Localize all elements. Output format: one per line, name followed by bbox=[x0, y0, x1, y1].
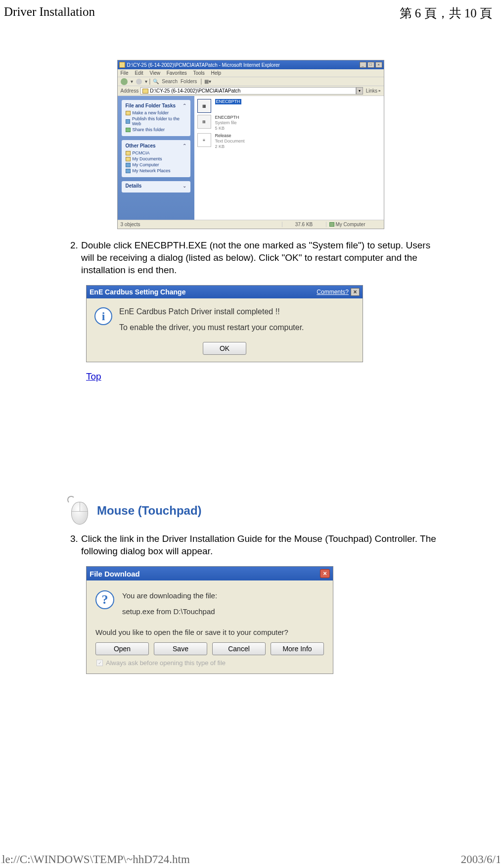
page-header-right: 第 6 頁，共 10 頁 bbox=[400, 5, 493, 21]
other-title: Other Places bbox=[126, 143, 156, 148]
close-button[interactable]: × bbox=[351, 288, 360, 296]
menu-help[interactable]: Help bbox=[211, 70, 222, 76]
file-name: Release bbox=[215, 133, 245, 139]
save-button[interactable]: Save bbox=[154, 642, 207, 655]
details-title: Details bbox=[126, 183, 142, 189]
status-location: My Computer bbox=[336, 222, 365, 227]
folder-icon bbox=[142, 89, 148, 94]
more-info-button[interactable]: More Info bbox=[271, 642, 324, 655]
comments-link[interactable]: Comments? bbox=[317, 289, 349, 295]
exe-icon: ▦ bbox=[197, 99, 211, 113]
place-item[interactable]: My Documents bbox=[126, 156, 186, 161]
place-item[interactable]: My Network Places bbox=[126, 168, 186, 173]
step-text: Double click ENECBPTH.EXE (not the one m… bbox=[81, 239, 437, 276]
footer-right: 2003/6/10 bbox=[461, 853, 500, 866]
status-size: 37.6 KB bbox=[282, 222, 326, 227]
explorer-addressbar: Address D:\CY-25 (6-14-2002)\PCMCIA\ATAP… bbox=[118, 86, 384, 96]
step-3: 3. Click the link in the Driver Installa… bbox=[64, 532, 437, 557]
file-size: 5 KB bbox=[215, 126, 239, 131]
menu-tools[interactable]: Tools bbox=[193, 70, 204, 76]
cancel-button[interactable]: Cancel bbox=[212, 642, 266, 655]
close-button[interactable]: × bbox=[320, 569, 330, 578]
dialog-title: EnE Cardbus Setting Change bbox=[90, 288, 317, 296]
file-item[interactable]: ≡ Release Text Document 2 KB bbox=[197, 133, 381, 149]
share-icon bbox=[126, 128, 131, 132]
folder-icon bbox=[126, 151, 131, 155]
tasks-panel: File and Folder Tasks⌃ Make a new folder… bbox=[122, 100, 190, 136]
ok-button[interactable]: OK bbox=[203, 342, 246, 355]
details-panel: Details⌄ bbox=[122, 181, 190, 193]
status-objects: 3 objects bbox=[121, 222, 282, 227]
download-prompt: Would you like to open the file or save … bbox=[95, 628, 324, 636]
explorer-titlebar: D:\CY-25 (6-14-2002)\PCMCIA\ATAPatch - M… bbox=[118, 60, 384, 69]
always-ask-checkbox-row: ✓ Always ask before opening this type of… bbox=[96, 659, 324, 667]
file-item[interactable]: ▦ ENECBPTH bbox=[197, 99, 381, 113]
checkbox-label: Always ask before opening this type of f… bbox=[106, 659, 226, 667]
mydocs-icon bbox=[126, 157, 131, 161]
explorer-toolbar: ▾ ▾ │ 🔍 Search Folders │ ▦▾ bbox=[118, 77, 384, 86]
menu-edit[interactable]: Edit bbox=[135, 70, 143, 76]
download-line1: You are downloading the file: bbox=[122, 590, 217, 601]
file-type: Text Document bbox=[215, 139, 245, 144]
back-button[interactable] bbox=[121, 78, 128, 85]
explorer-menubar[interactable]: File Edit View Favorites Tools Help bbox=[118, 69, 384, 77]
dialog-line1: EnE Cardbus Patch Driver install complet… bbox=[119, 307, 355, 316]
top-link[interactable]: Top bbox=[86, 371, 101, 382]
forward-button[interactable] bbox=[136, 79, 142, 85]
dialog-title: File Download bbox=[90, 570, 320, 578]
place-item[interactable]: My Computer bbox=[126, 162, 186, 167]
menu-favorites[interactable]: Favorites bbox=[167, 70, 187, 76]
address-label: Address bbox=[121, 88, 139, 94]
toolbar-folders[interactable]: Folders bbox=[181, 79, 197, 84]
footer-left: file://C:\WINDOWS\TEMP\~hhD724.htm bbox=[1, 853, 190, 866]
folder-new-icon bbox=[126, 111, 131, 115]
menu-file[interactable]: File bbox=[121, 70, 129, 76]
task-item[interactable]: Make a new folder bbox=[126, 110, 186, 115]
menu-view[interactable]: View bbox=[149, 70, 160, 76]
address-field[interactable]: D:\CY-25 (6-14-2002)\PCMCIA\ATAPatch bbox=[140, 87, 356, 95]
minimize-button[interactable]: _ bbox=[360, 62, 366, 68]
cardbus-dialog: EnE Cardbus Setting Change Comments? × i… bbox=[86, 285, 363, 362]
explorer-sidepanel: File and Folder Tasks⌃ Make a new folder… bbox=[118, 96, 194, 220]
page-header-left: Driver Installation bbox=[4, 5, 95, 21]
task-item[interactable]: Publish this folder to the Web bbox=[126, 116, 186, 126]
sys-icon: ⊞ bbox=[197, 115, 211, 129]
explorer-title: D:\CY-25 (6-14-2002)\PCMCIA\ATAPatch - M… bbox=[127, 62, 360, 68]
close-button[interactable]: × bbox=[375, 62, 382, 68]
maximize-button[interactable]: □ bbox=[367, 62, 374, 68]
mycomputer-icon bbox=[126, 163, 131, 167]
task-item[interactable]: Share this folder bbox=[126, 127, 186, 132]
checkbox-icon[interactable]: ✓ bbox=[96, 660, 103, 666]
file-name: ENECBPTH bbox=[215, 115, 239, 120]
explorer-statusbar: 3 objects 37.6 KB My Computer bbox=[118, 220, 384, 229]
tasks-title: File and Folder Tasks bbox=[126, 103, 176, 108]
dialog-line2: To enable the driver, you must restart y… bbox=[119, 323, 355, 332]
step-number: 2. bbox=[64, 239, 81, 276]
file-name: ENECBPTH bbox=[215, 99, 241, 104]
collapse-icon[interactable]: ⌃ bbox=[182, 103, 186, 108]
place-item[interactable]: PCMCIA bbox=[126, 150, 186, 155]
section-heading: Mouse (Touchpad) bbox=[64, 496, 437, 526]
file-type: System file bbox=[215, 120, 239, 126]
address-value: D:\CY-25 (6-14-2002)\PCMCIA\ATAPatch bbox=[150, 88, 240, 94]
txt-icon: ≡ bbox=[197, 133, 211, 147]
step-2: 2. Double click ENECBPTH.EXE (not the on… bbox=[64, 239, 437, 276]
publish-icon bbox=[126, 119, 131, 124]
open-button[interactable]: Open bbox=[95, 642, 149, 655]
file-download-dialog: File Download × ? You are downloading th… bbox=[86, 566, 333, 674]
mycomputer-icon bbox=[329, 222, 334, 227]
download-line2: setup.exe from D:\Touchpad bbox=[122, 606, 217, 617]
step-number: 3. bbox=[64, 532, 81, 557]
mouse-icon bbox=[64, 496, 90, 526]
other-places-panel: Other Places⌃ PCMCIA My Documents My Com… bbox=[122, 140, 190, 177]
network-icon bbox=[126, 169, 131, 173]
toolbar-search[interactable]: Search bbox=[162, 79, 178, 84]
address-dropdown[interactable]: ▾ bbox=[356, 87, 363, 95]
info-icon: i bbox=[94, 307, 112, 325]
links-label[interactable]: Links bbox=[366, 88, 377, 94]
step-text: Click the link in the Driver Installatio… bbox=[81, 532, 437, 557]
folder-icon bbox=[119, 62, 125, 68]
collapse-icon[interactable]: ⌃ bbox=[182, 143, 186, 148]
file-item[interactable]: ⊞ ENECBPTH System file 5 KB bbox=[197, 115, 381, 131]
expand-icon[interactable]: ⌄ bbox=[182, 183, 186, 189]
